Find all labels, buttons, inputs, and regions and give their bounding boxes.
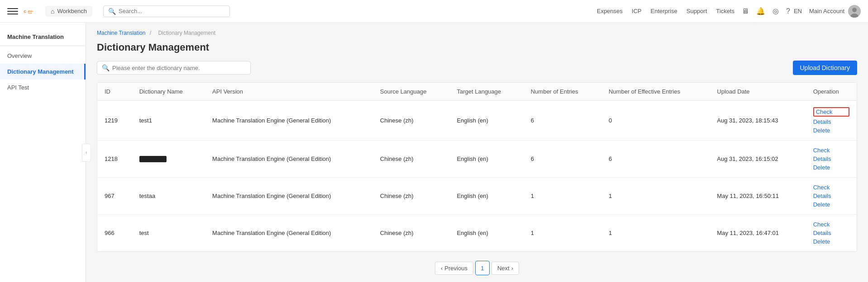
delete-link-2[interactable]: Delete — [813, 201, 849, 208]
check-link-3[interactable]: Check — [813, 221, 849, 228]
dictionary-search-box[interactable]: 🔍 — [97, 61, 251, 75]
nav-expenses[interactable]: Expenses — [597, 8, 623, 14]
workbench-tab[interactable]: ⌂ Workbench — [45, 6, 92, 17]
svg-text:Cloud: Cloud — [28, 12, 32, 14]
details-link-3[interactable]: Details — [813, 230, 849, 236]
row-target-lang-3: English (en) — [449, 215, 523, 252]
toolbar: 🔍 Upload Dictionary — [97, 61, 857, 75]
sidebar-title: Machine Translation — [0, 26, 86, 46]
sidebar: Machine Translation Overview Dictionary … — [0, 23, 86, 282]
previous-page-button[interactable]: ‹ Previous — [435, 262, 473, 275]
details-link-1[interactable]: Details — [813, 155, 849, 162]
row-id-0: 1219 — [97, 101, 132, 141]
prev-icon: ‹ — [441, 265, 443, 272]
row-entries-2: 1 — [524, 178, 601, 215]
col-target-lang: Target Language — [449, 83, 523, 101]
row-date-2: May 11, 2023, 16:50:11 — [710, 178, 806, 215]
next-label: Next — [497, 265, 510, 272]
operation-links-0: CheckDetailsDelete — [813, 107, 849, 134]
row-name-3: test — [132, 215, 205, 252]
nav-icon-group: 🖥 🔔 ◎ ? — [742, 7, 790, 15]
row-source-lang-3: Chinese (zh) — [373, 215, 450, 252]
row-operation-1: CheckDetailsDelete — [806, 141, 857, 178]
row-name-0: test1 — [132, 101, 205, 141]
pagination: ‹ Previous 1 Next › — [97, 261, 857, 275]
row-effective-entries-0: 0 — [601, 101, 710, 141]
row-api-2: Machine Translation Engine (General Edit… — [205, 178, 373, 215]
page-number-1[interactable]: 1 — [475, 261, 490, 275]
row-target-lang-0: English (en) — [449, 101, 523, 141]
main-content: Machine Translation / Dictionary Managem… — [86, 23, 868, 282]
account-menu[interactable]: Main Account — [809, 5, 861, 18]
row-target-lang-2: English (en) — [449, 178, 523, 215]
row-effective-entries-1: 6 — [601, 141, 710, 178]
next-icon: › — [511, 265, 513, 272]
row-date-1: Aug 31, 2023, 16:15:02 — [710, 141, 806, 178]
nav-icp[interactable]: ICP — [632, 8, 642, 14]
sidebar-item-dictionary-management[interactable]: Dictionary Management — [0, 64, 86, 80]
row-date-3: May 11, 2023, 16:47:01 — [710, 215, 806, 252]
location-icon[interactable]: ◎ — [773, 7, 779, 15]
row-name-1 — [132, 141, 205, 178]
check-link-1[interactable]: Check — [813, 147, 849, 154]
breadcrumb-parent[interactable]: Machine Translation — [97, 30, 145, 36]
details-link-0[interactable]: Details — [813, 118, 849, 125]
sidebar-item-overview[interactable]: Overview — [0, 48, 86, 64]
details-link-2[interactable]: Details — [813, 193, 849, 199]
row-id-1: 1218 — [97, 141, 132, 178]
next-page-button[interactable]: Next › — [491, 262, 519, 275]
redacted-name — [139, 156, 167, 162]
check-link-0[interactable]: Check — [813, 107, 849, 117]
breadcrumb-separator: / — [150, 30, 151, 36]
check-link-2[interactable]: Check — [813, 184, 849, 191]
hamburger-menu[interactable] — [7, 6, 18, 17]
row-api-1: Machine Translation Engine (General Edit… — [205, 141, 373, 178]
row-id-3: 966 — [97, 215, 132, 252]
search-input[interactable] — [119, 8, 225, 14]
col-entries: Number of Entries — [524, 83, 601, 101]
row-api-0: Machine Translation Engine (General Edit… — [205, 101, 373, 141]
nav-tickets[interactable]: Tickets — [716, 8, 734, 14]
nav-support[interactable]: Support — [687, 8, 707, 14]
col-operation: Operation — [806, 83, 857, 101]
row-name-2: testaa — [132, 178, 205, 215]
row-operation-0: CheckDetailsDelete — [806, 101, 857, 141]
operation-links-1: CheckDetailsDelete — [813, 147, 849, 171]
row-entries-0: 6 — [524, 101, 601, 141]
table-row: 1218Machine Translation Engine (General … — [97, 141, 857, 178]
row-id-2: 967 — [97, 178, 132, 215]
delete-link-1[interactable]: Delete — [813, 164, 849, 171]
workbench-label: Workbench — [57, 8, 87, 14]
delete-link-0[interactable]: Delete — [813, 127, 849, 134]
col-id: ID — [97, 83, 132, 101]
global-search[interactable]: 🔍 — [103, 5, 230, 17]
row-entries-1: 6 — [524, 141, 601, 178]
avatar — [848, 5, 861, 18]
row-source-lang-1: Chinese (zh) — [373, 141, 450, 178]
alibaba-cloud-logo[interactable]: C→ Alibaba Cloud — [24, 4, 38, 19]
home-icon: ⌂ — [51, 8, 54, 15]
col-effective-entries: Number of Effective Entries — [601, 83, 710, 101]
upload-dictionary-button[interactable]: Upload Dictionary — [793, 61, 858, 75]
operation-links-3: CheckDetailsDelete — [813, 221, 849, 245]
nav-enterprise[interactable]: Enterprise — [650, 8, 677, 14]
help-icon[interactable]: ? — [786, 7, 790, 15]
svg-text:Alibaba: Alibaba — [28, 10, 33, 12]
dictionary-search-input[interactable] — [112, 65, 246, 71]
row-effective-entries-3: 1 — [601, 215, 710, 252]
sidebar-collapse-button[interactable]: ‹ — [82, 144, 91, 162]
svg-point-5 — [852, 8, 857, 12]
language-selector[interactable]: EN — [794, 8, 802, 14]
col-name: Dictionary Name — [132, 83, 205, 101]
delete-link-3[interactable]: Delete — [813, 238, 849, 245]
bell-icon[interactable]: 🔔 — [756, 7, 765, 15]
col-upload-date: Upload Date — [710, 83, 806, 101]
breadcrumb-current: Dictionary Management — [158, 30, 215, 36]
table-row: 1219test1Machine Translation Engine (Gen… — [97, 101, 857, 141]
email-icon[interactable]: 🖥 — [742, 7, 749, 15]
col-source-lang: Source Language — [373, 83, 450, 101]
table-row: 966testMachine Translation Engine (Gener… — [97, 215, 857, 252]
sidebar-item-api-test[interactable]: API Test — [0, 80, 86, 95]
previous-label: Previous — [444, 265, 467, 272]
row-date-0: Aug 31, 2023, 18:15:43 — [710, 101, 806, 141]
